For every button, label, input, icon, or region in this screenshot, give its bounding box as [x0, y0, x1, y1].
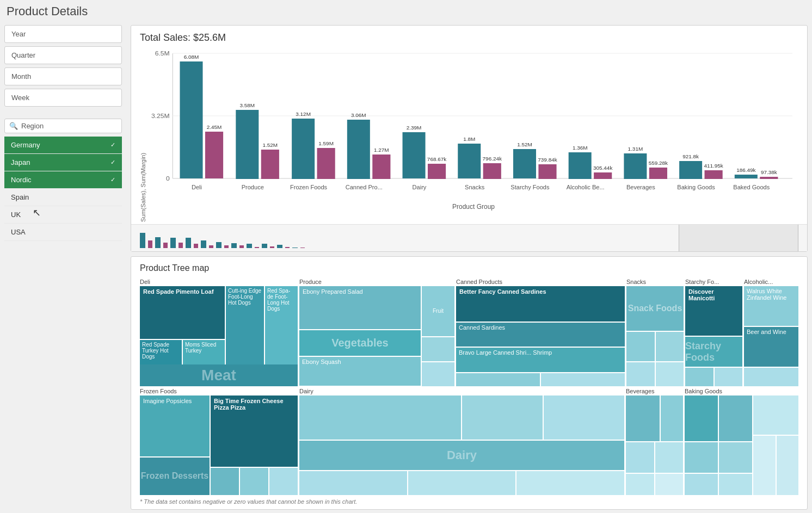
svg-text:559.28k: 559.28k: [649, 160, 668, 165]
svg-rect-38: [538, 164, 556, 179]
svg-rect-22: [347, 120, 370, 179]
svg-text:3.58M: 3.58M: [240, 102, 255, 108]
month-filter[interactable]: Month: [4, 67, 122, 85]
svg-text:Beverages: Beverages: [626, 184, 655, 190]
baking-small3: [685, 442, 718, 473]
svg-text:1.52M: 1.52M: [263, 142, 278, 147]
svg-rect-43: [594, 172, 612, 179]
svg-text:796.24k: 796.24k: [483, 156, 502, 161]
produce-ebony-squash: Ebony Squash: [299, 357, 421, 386]
produce-vegetables: Vegetables: [299, 330, 421, 356]
svg-text:1.36M: 1.36M: [573, 145, 588, 150]
region-item-japan[interactable]: Japan ✓: [4, 154, 122, 171]
svg-text:6.08M: 6.08M: [184, 54, 199, 59]
region-item-usa[interactable]: USA: [4, 224, 122, 241]
svg-text:411.95k: 411.95k: [704, 163, 723, 168]
bar-chart-panel: Total Sales: $25.6M Sum(Sales), Sum(Marg…: [131, 25, 808, 252]
dairy-small4: [299, 471, 407, 495]
bar-chart-svg: 0 3.25M 6.5M 6.08M 2.45M Deli 3.58M: [149, 48, 798, 200]
main-content: Total Sales: $25.6M Sum(Sales), Sum(Marg…: [126, 23, 812, 513]
svg-text:97.38k: 97.38k: [761, 169, 777, 175]
sidebar: Year Quarter Month Week 🔍 Region Germany…: [0, 23, 126, 513]
svg-text:Starchy Foods: Starchy Foods: [510, 184, 549, 190]
bev-small4: [655, 442, 684, 473]
svg-rect-33: [483, 163, 501, 179]
week-filter[interactable]: Week: [4, 89, 122, 107]
svg-rect-7: [180, 61, 202, 178]
region-item-nordic[interactable]: Nordic ✓: [4, 171, 122, 189]
svg-rect-52: [679, 161, 702, 179]
baking-small4: [719, 442, 752, 473]
svg-text:Deli: Deli: [192, 184, 202, 190]
svg-rect-8: [205, 132, 223, 178]
svg-rect-37: [513, 149, 536, 178]
alcoholic-label: Alcoholic...: [744, 279, 798, 285]
deli-red-spade-foot: Red Spa-de Foot-Long Hot Dogs: [265, 286, 298, 364]
deli-cutting-edge: Cutt-ing Edge Foot-Long Hot Dogs: [226, 286, 264, 364]
region-item-uk[interactable]: UK: [4, 206, 122, 224]
baking-small2: [719, 395, 752, 441]
year-filter[interactable]: Year: [4, 25, 122, 43]
dairy-main: Dairy: [299, 441, 624, 470]
svg-text:Baking Goods: Baking Goods: [677, 184, 715, 190]
check-icon: ✓: [110, 176, 115, 183]
starchy-small2: [715, 368, 743, 386]
region-search-box[interactable]: 🔍 Region: [4, 119, 122, 133]
treemap-note: * The data set contains negative or zero…: [140, 495, 798, 505]
starchy-discover: Discover Manicotti: [685, 286, 742, 336]
svg-text:Dairy: Dairy: [413, 184, 427, 190]
dairy-small1: [299, 395, 461, 440]
dairy-small6: [516, 471, 624, 495]
deli-label: Deli: [140, 279, 298, 285]
beverages-label: Beverages: [626, 388, 683, 394]
baking-label: Baking Goods: [685, 388, 798, 394]
treemap-title: Product Tree map: [140, 263, 798, 273]
baking-small8: [753, 436, 775, 495]
canned-sardines: Canned Sardines: [456, 323, 625, 347]
frozen-big-time: Big Time Frozen Cheese Pizza Pizza: [211, 395, 298, 467]
check-icon: ✓: [110, 141, 115, 149]
svg-text:768.67k: 768.67k: [427, 156, 447, 162]
svg-text:0: 0: [166, 176, 170, 182]
quarter-filter[interactable]: Quarter: [4, 46, 122, 64]
frozen-desserts: Frozen Desserts: [140, 458, 210, 495]
canned-bravo: Bravo Large Canned Shri... Shrimp: [456, 348, 625, 372]
produce-label: Produce: [299, 279, 454, 285]
svg-text:Canned Pro...: Canned Pro...: [346, 184, 383, 190]
region-list: Germany ✓ Japan ✓ Nordic ✓ Spain UK: [4, 137, 122, 241]
svg-rect-58: [760, 177, 778, 179]
frozen-small2: [240, 468, 268, 495]
starchy-starchy-foods: Starchy Foods: [685, 337, 742, 367]
svg-text:3.12M: 3.12M: [296, 111, 311, 116]
deli-item-turkey: Red Spade Turkey Hot Dogs: [140, 340, 182, 364]
svg-rect-13: [261, 150, 279, 179]
chart-title: Total Sales: $25.6M: [140, 32, 798, 44]
frozen-small1: [211, 468, 239, 495]
canned-label: Canned Products: [456, 279, 625, 285]
canned-small2: [541, 373, 625, 386]
svg-text:1.27M: 1.27M: [374, 147, 389, 152]
alcoholic-walrus: Walrus White Zinfandel Wine: [744, 286, 798, 326]
snacks-small3: [626, 362, 655, 386]
produce-small1: [422, 337, 454, 361]
starchy-label: Starchy Fo...: [685, 279, 742, 285]
bev-small5: [626, 474, 654, 495]
svg-rect-53: [705, 170, 723, 179]
check-icon: ✓: [110, 159, 115, 166]
baking-small7: [753, 395, 798, 435]
produce-small2: [422, 362, 454, 386]
chart-scroll-bar[interactable]: [131, 224, 807, 251]
produce-ebony-salad: Ebony Prepared Salad: [299, 286, 421, 329]
frozen-imagine: Imagine Popsicles: [140, 395, 210, 456]
region-item-spain[interactable]: Spain: [4, 189, 122, 206]
snacks-small1: [626, 332, 655, 361]
alcoholic-small1: [744, 368, 798, 386]
snacks-snack-foods: Snack Foods: [626, 286, 684, 331]
frozen-small3: [269, 468, 298, 495]
svg-text:305.44k: 305.44k: [593, 165, 613, 170]
region-item-germany[interactable]: Germany ✓: [4, 137, 122, 154]
svg-rect-28: [428, 164, 446, 179]
produce-fruit: Fruit: [422, 286, 454, 336]
x-axis-label: Product Group: [149, 203, 798, 211]
baking-small9: [777, 436, 798, 495]
